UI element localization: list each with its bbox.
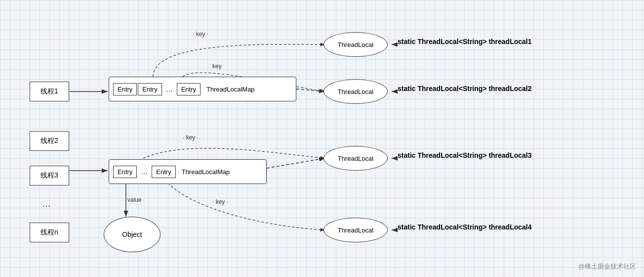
tl3-label: ThreadLocal	[338, 155, 373, 162]
thread3-box: 线程3	[30, 166, 69, 185]
map1-label: ThreadLocalMap	[201, 84, 260, 95]
threadn-box: 线程n	[30, 223, 69, 242]
tl1-label: ThreadLocal	[338, 41, 373, 48]
thread1-box: 线程1	[30, 82, 69, 101]
svg-line-5	[267, 158, 325, 168]
static-label-2: static ThreadLocal<String> threadLocal2	[398, 85, 532, 92]
diagram-container: · key · key · key · · key · value 线程1 线程…	[0, 0, 644, 277]
threadlocal4: ThreadLocal	[323, 218, 388, 242]
thread2-box: 线程2	[30, 131, 69, 151]
svg-text:value: value	[127, 196, 142, 203]
thread3-label: 线程3	[40, 171, 58, 180]
svg-text:· key ·: · key ·	[193, 31, 208, 38]
thread-dots: …	[42, 199, 51, 209]
map1-container: Entry Entry … Entry ThreadLocalMap	[109, 77, 296, 101]
map1-entry2: Entry	[138, 83, 161, 95]
svg-text:· key ·: · key ·	[212, 198, 228, 205]
object-label: Object	[122, 231, 142, 238]
threadlocal3: ThreadLocal	[323, 146, 388, 171]
threadn-label: 线程n	[40, 228, 58, 237]
static-label-3: static ThreadLocal<String> threadLocal3	[398, 151, 532, 159]
map1-dots: …	[163, 85, 176, 93]
tl2-label: ThreadLocal	[338, 88, 373, 95]
threadlocal2: ThreadLocal	[323, 79, 388, 104]
map2-container: Entry … Entry ThreadLocalMap	[109, 159, 267, 184]
static-label-1: static ThreadLocal<String> threadLocal1	[398, 38, 532, 46]
map2-label: ThreadLocalMap	[177, 166, 235, 178]
svg-text:key: key	[212, 63, 222, 70]
watermark: @稀土掘金技术社区	[578, 262, 636, 271]
map1-entry3: Entry	[177, 83, 201, 95]
svg-text:· key ·: · key ·	[183, 134, 199, 141]
object-ellipse: Object	[104, 217, 161, 252]
map2-entry2: Entry	[152, 166, 175, 178]
arrows-svg: · key · key · key · · key · value	[0, 0, 644, 277]
thread1-label: 线程1	[40, 87, 58, 96]
map2-entry1: Entry	[113, 166, 137, 178]
map2-dots: …	[138, 168, 151, 176]
tl4-label: ThreadLocal	[338, 227, 373, 234]
threadlocal1: ThreadLocal	[323, 32, 388, 57]
map1-entry1: Entry	[113, 83, 137, 95]
svg-line-4	[296, 89, 325, 92]
thread2-label: 线程2	[40, 137, 58, 145]
static-label-4: static ThreadLocal<String> threadLocal4	[398, 223, 532, 231]
